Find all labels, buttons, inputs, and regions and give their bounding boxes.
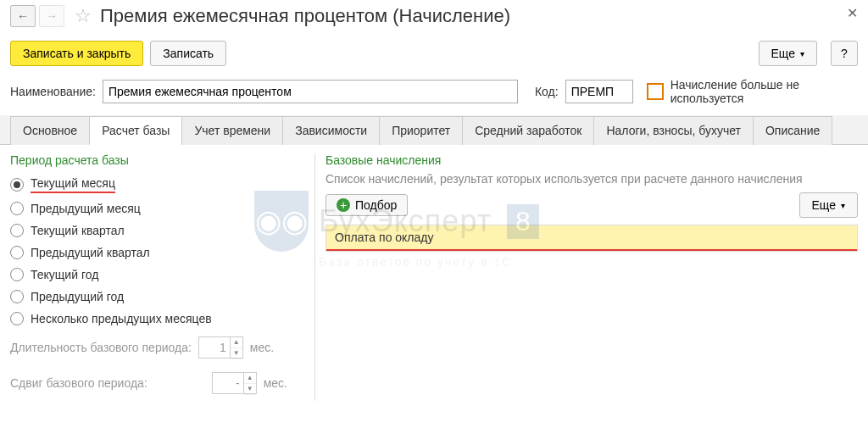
save-close-button[interactable]: Записать и закрыть [10,41,143,66]
code-label: Код: [535,85,559,98]
tabs: ОсновноеРасчет базыУчет времениЗависимос… [0,115,868,145]
radio-icon [10,290,24,303]
shift-row: Сдвиг базового периода: ▲▼ мес. [10,365,304,401]
duration-spin-buttons[interactable]: ▲▼ [230,337,242,358]
code-field[interactable] [565,80,633,103]
favorite-star-icon[interactable]: ☆ [75,5,92,27]
more-button[interactable]: Еще [759,41,818,66]
accruals-table[interactable]: Оплата по окладу [326,225,858,252]
radio-label: Предыдущий год [31,290,124,303]
tab-4[interactable]: Приоритет [379,116,463,145]
main-toolbar: Записать и закрыть Записать Еще ? [0,36,868,75]
radio-label: Текущий месяц [31,176,115,193]
podbor-button[interactable]: + Подбор [326,194,408,216]
radio-icon [10,178,24,192]
radio-period-2[interactable]: Текущий квартал [10,220,304,242]
tab-5[interactable]: Средний заработок [462,116,594,145]
name-label: Наименование: [10,85,96,98]
radio-icon [10,312,24,325]
duration-input[interactable] [199,337,230,358]
radio-label: Несколько предыдущих месяцев [31,312,212,325]
right-more-button[interactable]: Еще [799,192,859,218]
radio-period-3[interactable]: Предыдущий квартал [10,242,304,264]
duration-label: Длительность базового периода: [10,341,192,354]
radio-period-6[interactable]: Несколько предыдущих месяцев [10,308,304,330]
tab-3[interactable]: Зависимости [282,116,380,145]
duration-stepper[interactable]: ▲▼ [198,336,243,358]
right-panel: Базовые начисления Список начислений, ре… [322,153,858,401]
titlebar: ← → ☆ Премия ежемесячная процентом (Начи… [0,0,868,36]
form-row-name: Наименование: Код: Начисление больше не … [0,75,868,115]
plus-icon: + [337,198,350,212]
duration-unit: мес. [250,341,274,354]
left-panel: Период расчета базы Текущий месяцПредыду… [10,153,315,401]
shift-unit: мес. [264,376,287,390]
right-hint: Список начислений, результат которых исп… [326,172,858,186]
table-row[interactable]: Оплата по окладу [326,225,857,251]
shift-label: Сдвиг базового периода: [10,376,147,390]
nav-forward-button[interactable]: → [39,5,64,27]
tab-1[interactable]: Расчет базы [89,116,182,145]
shift-stepper[interactable]: ▲▼ [212,372,257,394]
tab-2[interactable]: Учет времени [181,116,283,145]
radio-icon [10,202,24,215]
disabled-checkbox[interactable] [647,83,664,100]
tab-7[interactable]: Описание [753,116,832,145]
radio-label: Предыдущий месяц [31,202,141,215]
duration-row: Длительность базового периода: ▲▼ мес. [10,330,304,365]
tab-0[interactable]: Основное [10,116,90,145]
page-title: Премия ежемесячная процентом (Начисление… [100,5,510,27]
disabled-label: Начисление больше не используется [670,78,823,105]
podbor-label: Подбор [355,198,397,212]
nav-back-button[interactable]: ← [10,5,36,27]
radio-label: Предыдущий квартал [31,246,150,259]
shift-input[interactable] [213,373,243,393]
radio-label: Текущий год [31,268,98,281]
radio-period-1[interactable]: Предыдущий месяц [10,197,304,220]
radio-icon [10,224,24,237]
tab-6[interactable]: Налоги, взносы, бухучет [593,116,754,145]
name-field[interactable] [103,80,518,103]
radio-label: Текущий квартал [31,224,125,237]
radio-icon [10,268,24,281]
left-section-title: Период расчета базы [10,153,304,167]
close-icon[interactable]: ✕ [847,5,858,21]
radio-icon [10,246,24,259]
radio-period-4[interactable]: Текущий год [10,264,304,286]
radio-period-0[interactable]: Текущий месяц [10,172,304,197]
shift-spin-buttons[interactable]: ▲▼ [243,373,256,393]
save-button[interactable]: Записать [150,41,226,66]
right-section-title: Базовые начисления [326,153,858,167]
radio-period-5[interactable]: Предыдущий год [10,286,304,308]
help-button[interactable]: ? [831,41,858,66]
